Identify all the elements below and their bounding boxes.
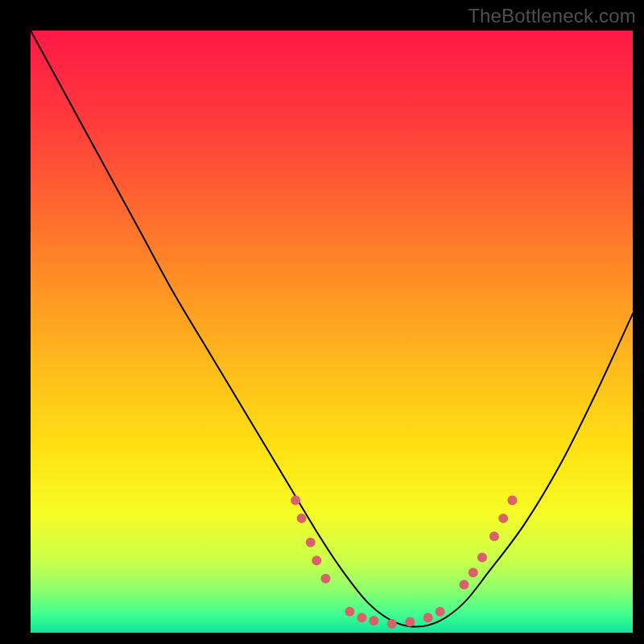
marker-dot: [460, 580, 469, 589]
marker-dot: [306, 538, 316, 547]
marker-dot: [387, 619, 397, 629]
marker-dot: [469, 568, 478, 577]
marker-dot: [489, 531, 499, 541]
marker-dot: [291, 495, 300, 505]
marker-dot: [498, 514, 508, 523]
chart-frame: TheBottleneck.com: [0, 0, 644, 644]
bottleneck-chart: [0, 0, 644, 644]
plot-background: [31, 31, 633, 633]
marker-dot: [312, 555, 321, 565]
marker-dot: [405, 617, 415, 627]
marker-dot: [369, 616, 378, 625]
watermark-label: TheBottleneck.com: [468, 5, 636, 27]
marker-dot: [477, 553, 487, 563]
marker-dot: [436, 607, 445, 617]
marker-dot: [345, 607, 354, 617]
marker-dot: [507, 495, 517, 505]
marker-dot: [297, 514, 307, 523]
marker-dot: [321, 574, 331, 584]
marker-dot: [423, 613, 433, 622]
marker-dot: [357, 613, 366, 622]
